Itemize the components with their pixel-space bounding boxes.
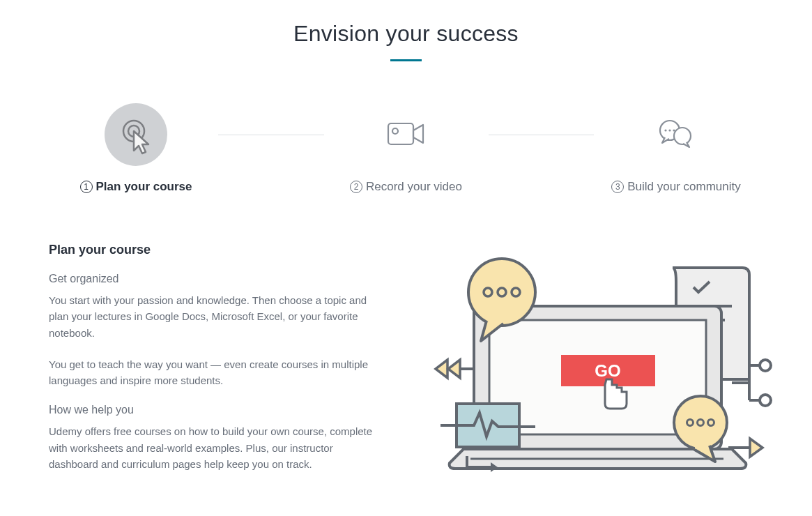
step-record-icon-wrap bbox=[375, 103, 438, 166]
detail-subheading-organized: Get organized bbox=[49, 273, 376, 285]
go-button-label: GO bbox=[595, 361, 620, 380]
video-camera-icon bbox=[387, 121, 426, 149]
step-community[interactable]: 3 Build your community bbox=[599, 103, 753, 194]
svg-point-5 bbox=[664, 129, 666, 131]
detail-text-column: Plan your course Get organized You start… bbox=[49, 243, 376, 487]
svg-rect-2 bbox=[388, 123, 413, 144]
detail-paragraph: Udemy offers free courses on how to buil… bbox=[49, 423, 376, 472]
svg-point-15 bbox=[468, 259, 535, 326]
illustration-column: GO bbox=[397, 243, 774, 487]
svg-point-6 bbox=[668, 129, 671, 131]
title-underline bbox=[390, 59, 422, 61]
detail-heading: Plan your course bbox=[49, 243, 376, 257]
step-community-label-row: 3 Build your community bbox=[611, 180, 741, 194]
step-num-two: 2 bbox=[350, 181, 362, 193]
step-record-label-row: 2 Record your video bbox=[350, 180, 462, 194]
step-connector bbox=[218, 135, 324, 135]
chat-bubbles-icon bbox=[657, 118, 696, 151]
title-section: Envision your success bbox=[49, 21, 763, 61]
step-connector bbox=[489, 135, 595, 135]
detail-paragraph: You start with your passion and knowledg… bbox=[49, 292, 376, 341]
content-row: Plan your course Get organized You start… bbox=[49, 243, 763, 487]
step-community-label: Build your community bbox=[627, 180, 741, 194]
step-record[interactable]: 2 Record your video bbox=[330, 103, 483, 194]
svg-point-8 bbox=[674, 128, 691, 144]
step-plan-label: Plan your course bbox=[96, 180, 192, 194]
step-plan-label-row: 1 Plan your course bbox=[80, 180, 192, 194]
course-illustration: GO bbox=[397, 247, 774, 484]
svg-point-19 bbox=[674, 396, 727, 449]
detail-paragraph: You get to teach the way you want — even… bbox=[49, 356, 376, 389]
svg-point-29 bbox=[760, 360, 771, 371]
step-record-label: Record your video bbox=[366, 180, 462, 194]
cursor-target-icon bbox=[105, 103, 167, 166]
svg-point-3 bbox=[392, 128, 398, 134]
step-community-icon-wrap bbox=[645, 103, 707, 166]
step-num-one: 1 bbox=[80, 181, 93, 193]
detail-subheading-help: How we help you bbox=[49, 404, 376, 416]
step-plan[interactable]: 1 Plan your course bbox=[59, 103, 213, 194]
svg-point-30 bbox=[760, 395, 771, 406]
page-title: Envision your success bbox=[49, 21, 763, 47]
steps-row: 1 Plan your course 2 Record your video bbox=[49, 103, 763, 194]
step-num-three: 3 bbox=[611, 181, 624, 193]
step-plan-icon-wrap bbox=[105, 103, 167, 166]
page-container: Envision your success 1 Plan your course bbox=[0, 0, 812, 487]
